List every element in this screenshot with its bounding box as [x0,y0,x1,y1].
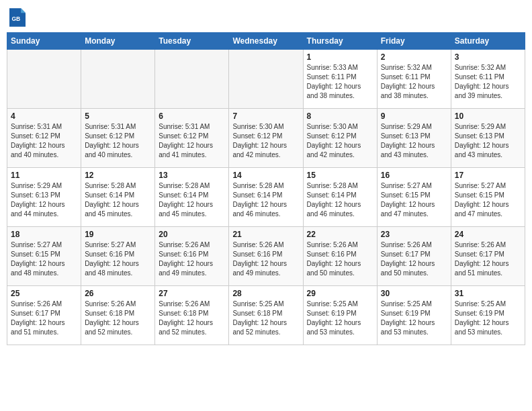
day-cell-31: 31Sunrise: 5:25 AMSunset: 6:19 PMDayligh… [451,286,525,345]
day-cell-2: 2Sunrise: 5:32 AMSunset: 6:11 PMDaylight… [377,50,451,109]
day-cell-27: 27Sunrise: 5:26 AMSunset: 6:18 PMDayligh… [155,286,229,345]
day-info: Sunrise: 5:31 AMSunset: 6:12 PMDaylight:… [11,122,77,160]
day-info: Sunrise: 5:25 AMSunset: 6:19 PMDaylight:… [455,300,521,337]
week-row-1: 1Sunrise: 5:33 AMSunset: 6:11 PMDaylight… [7,50,525,109]
week-row-3: 11Sunrise: 5:29 AMSunset: 6:13 PMDayligh… [7,168,525,227]
day-number: 23 [381,230,447,239]
day-info: Sunrise: 5:28 AMSunset: 6:14 PMDaylight:… [232,181,299,219]
day-number: 5 [85,111,151,121]
day-cell-11: 11Sunrise: 5:29 AMSunset: 6:13 PMDayligh… [7,168,81,227]
day-number: 18 [11,230,77,239]
day-info: Sunrise: 5:28 AMSunset: 6:14 PMDaylight:… [307,181,373,219]
day-cell-25: 25Sunrise: 5:26 AMSunset: 6:17 PMDayligh… [7,286,81,345]
empty-cell [229,50,303,109]
day-number: 8 [307,111,373,121]
day-info: Sunrise: 5:26 AMSunset: 6:17 PMDaylight:… [11,300,77,337]
day-info: Sunrise: 5:27 AMSunset: 6:15 PMDaylight:… [381,181,447,219]
day-number: 9 [381,111,447,121]
day-info: Sunrise: 5:28 AMSunset: 6:14 PMDaylight:… [85,181,151,219]
day-number: 15 [307,171,373,180]
day-info: Sunrise: 5:25 AMSunset: 6:19 PMDaylight:… [381,300,447,337]
day-number: 17 [455,171,521,180]
day-cell-6: 6Sunrise: 5:31 AMSunset: 6:12 PMDaylight… [155,109,229,168]
day-number: 3 [455,52,521,62]
day-number: 30 [381,289,447,298]
logo-icon: GB [9,8,26,27]
day-cell-15: 15Sunrise: 5:28 AMSunset: 6:14 PMDayligh… [303,168,377,227]
day-info: Sunrise: 5:29 AMSunset: 6:13 PMDaylight:… [381,122,447,160]
day-cell-23: 23Sunrise: 5:26 AMSunset: 6:17 PMDayligh… [377,227,451,286]
day-info: Sunrise: 5:26 AMSunset: 6:17 PMDaylight:… [455,240,521,278]
day-number: 11 [11,171,77,180]
day-cell-19: 19Sunrise: 5:27 AMSunset: 6:16 PMDayligh… [81,227,155,286]
day-info: Sunrise: 5:26 AMSunset: 6:17 PMDaylight:… [381,240,447,278]
day-info: Sunrise: 5:32 AMSunset: 6:11 PMDaylight:… [455,63,521,101]
day-info: Sunrise: 5:26 AMSunset: 6:18 PMDaylight:… [159,300,225,337]
header-tuesday: Tuesday [155,33,229,50]
header-monday: Monday [81,33,155,50]
day-cell-8: 8Sunrise: 5:30 AMSunset: 6:12 PMDaylight… [303,109,377,168]
day-info: Sunrise: 5:26 AMSunset: 6:18 PMDaylight:… [85,300,151,337]
week-row-4: 18Sunrise: 5:27 AMSunset: 6:15 PMDayligh… [7,227,525,286]
day-cell-17: 17Sunrise: 5:27 AMSunset: 6:15 PMDayligh… [451,168,525,227]
day-info: Sunrise: 5:25 AMSunset: 6:19 PMDaylight:… [307,300,373,337]
day-number: 13 [159,171,225,180]
day-info: Sunrise: 5:26 AMSunset: 6:16 PMDaylight:… [307,240,373,278]
day-cell-24: 24Sunrise: 5:26 AMSunset: 6:17 PMDayligh… [451,227,525,286]
day-info: Sunrise: 5:26 AMSunset: 6:16 PMDaylight:… [159,240,225,278]
day-number: 20 [159,230,225,239]
day-number: 28 [232,289,299,298]
header-friday: Friday [377,33,451,50]
header-thursday: Thursday [303,33,377,50]
day-info: Sunrise: 5:31 AMSunset: 6:12 PMDaylight:… [159,122,225,160]
day-cell-13: 13Sunrise: 5:28 AMSunset: 6:14 PMDayligh… [155,168,229,227]
page-header: GB [7,7,525,27]
week-row-2: 4Sunrise: 5:31 AMSunset: 6:12 PMDaylight… [7,109,525,168]
day-number: 21 [232,230,299,239]
day-number: 19 [85,230,151,239]
day-info: Sunrise: 5:28 AMSunset: 6:14 PMDaylight:… [159,181,225,219]
day-cell-7: 7Sunrise: 5:30 AMSunset: 6:12 PMDaylight… [229,109,303,168]
day-number: 2 [381,52,447,62]
day-number: 24 [455,230,521,239]
day-cell-26: 26Sunrise: 5:26 AMSunset: 6:18 PMDayligh… [81,286,155,345]
day-info: Sunrise: 5:27 AMSunset: 6:16 PMDaylight:… [85,240,151,278]
day-number: 12 [85,171,151,180]
day-cell-28: 28Sunrise: 5:25 AMSunset: 6:18 PMDayligh… [229,286,303,345]
day-number: 7 [232,111,299,121]
empty-cell [81,50,155,109]
week-row-5: 25Sunrise: 5:26 AMSunset: 6:17 PMDayligh… [7,286,525,345]
day-number: 4 [11,111,77,121]
day-cell-9: 9Sunrise: 5:29 AMSunset: 6:13 PMDaylight… [377,109,451,168]
header-saturday: Saturday [451,33,525,50]
day-info: Sunrise: 5:27 AMSunset: 6:15 PMDaylight:… [11,240,77,278]
day-info: Sunrise: 5:31 AMSunset: 6:12 PMDaylight:… [85,122,151,160]
day-cell-3: 3Sunrise: 5:32 AMSunset: 6:11 PMDaylight… [451,50,525,109]
day-info: Sunrise: 5:33 AMSunset: 6:11 PMDaylight:… [307,63,373,101]
header-row: SundayMondayTuesdayWednesdayThursdayFrid… [7,33,525,50]
day-cell-22: 22Sunrise: 5:26 AMSunset: 6:16 PMDayligh… [303,227,377,286]
empty-cell [155,50,229,109]
day-number: 14 [232,171,299,180]
day-cell-10: 10Sunrise: 5:29 AMSunset: 6:13 PMDayligh… [451,109,525,168]
day-info: Sunrise: 5:32 AMSunset: 6:11 PMDaylight:… [381,63,447,101]
day-cell-16: 16Sunrise: 5:27 AMSunset: 6:15 PMDayligh… [377,168,451,227]
header-wednesday: Wednesday [229,33,303,50]
header-sunday: Sunday [7,33,81,50]
day-info: Sunrise: 5:29 AMSunset: 6:13 PMDaylight:… [11,181,77,219]
day-number: 26 [85,289,151,298]
day-number: 27 [159,289,225,298]
day-cell-12: 12Sunrise: 5:28 AMSunset: 6:14 PMDayligh… [81,168,155,227]
empty-cell [7,50,81,109]
day-number: 25 [11,289,77,298]
svg-marker-1 [21,8,26,13]
day-cell-14: 14Sunrise: 5:28 AMSunset: 6:14 PMDayligh… [229,168,303,227]
day-cell-4: 4Sunrise: 5:31 AMSunset: 6:12 PMDaylight… [7,109,81,168]
day-number: 29 [307,289,373,298]
day-cell-29: 29Sunrise: 5:25 AMSunset: 6:19 PMDayligh… [303,286,377,345]
day-number: 1 [307,52,373,62]
day-number: 6 [159,111,225,121]
day-info: Sunrise: 5:27 AMSunset: 6:15 PMDaylight:… [455,181,521,219]
day-number: 16 [381,171,447,180]
svg-text:GB: GB [11,15,20,22]
